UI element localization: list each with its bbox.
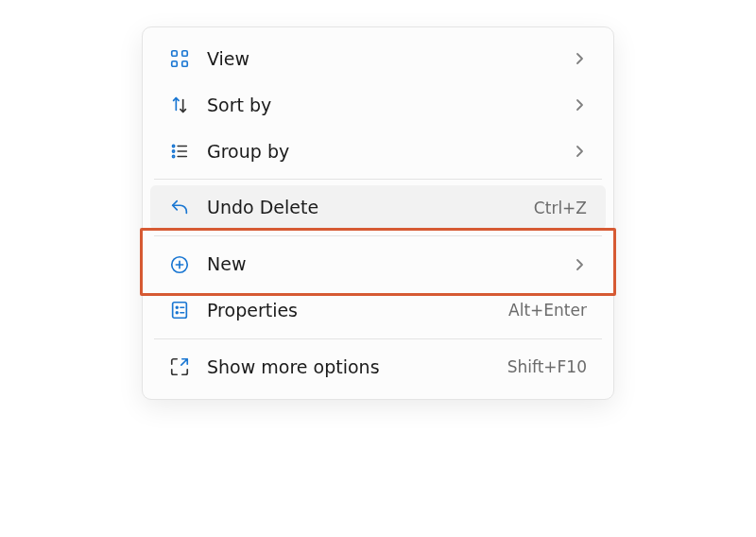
svg-point-6 (172, 155, 174, 157)
menu-item-label: Properties (207, 300, 491, 321)
svg-rect-1 (182, 51, 188, 57)
menu-item-show-more[interactable]: Show more options Shift+F10 (150, 345, 606, 390)
menu-item-label: Undo Delete (207, 197, 517, 218)
undo-icon (169, 198, 190, 218)
properties-icon (169, 300, 190, 320)
more-options-icon (169, 356, 190, 377)
divider (154, 338, 602, 339)
context-menu[interactable]: View Sort by Group (142, 26, 614, 400)
new-icon (169, 254, 190, 275)
svg-point-9 (176, 307, 178, 309)
chevron-right-icon (572, 257, 587, 272)
svg-point-10 (176, 312, 178, 314)
menu-item-view[interactable]: View (150, 37, 606, 81)
divider (154, 235, 602, 236)
menu-item-label: View (207, 48, 555, 70)
svg-rect-8 (173, 303, 187, 319)
menu-item-undo-delete[interactable]: Undo Delete Ctrl+Z (150, 185, 606, 230)
group-icon (169, 141, 190, 162)
menu-item-label: Group by (207, 141, 555, 163)
svg-rect-2 (172, 61, 178, 67)
menu-item-shortcut: Shift+F10 (507, 357, 587, 376)
chevron-right-icon (572, 97, 587, 113)
menu-item-new[interactable]: New (150, 242, 606, 286)
svg-rect-3 (182, 61, 188, 67)
svg-point-5 (172, 150, 174, 152)
view-icon (169, 48, 190, 69)
divider (154, 179, 602, 180)
menu-item-sort[interactable]: Sort by (150, 83, 606, 128)
svg-point-4 (172, 145, 174, 147)
svg-rect-0 (172, 51, 178, 57)
menu-item-properties[interactable]: Properties Alt+Enter (150, 288, 606, 333)
menu-item-label: Show more options (207, 356, 490, 378)
menu-item-label: Sort by (207, 95, 555, 116)
menu-item-shortcut: Ctrl+Z (534, 199, 587, 217)
menu-item-shortcut: Alt+Enter (508, 301, 587, 320)
chevron-right-icon (572, 51, 587, 66)
chevron-right-icon (572, 144, 587, 159)
menu-item-group[interactable]: Group by (150, 130, 606, 174)
menu-item-label: New (207, 253, 555, 275)
sort-icon (169, 95, 190, 115)
